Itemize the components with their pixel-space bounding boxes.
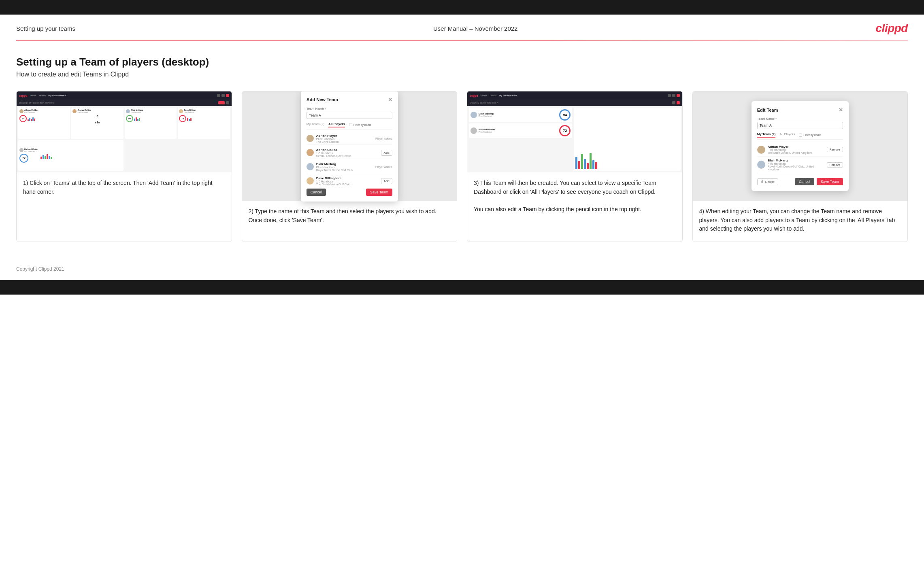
footer: Copyright Clippd 2021 <box>0 266 924 280</box>
player-added-label-2: Player Added <box>375 165 392 168</box>
trash-icon: 🗑 <box>761 180 764 184</box>
card-1-text: 1) Click on 'Teams' at the top of the sc… <box>17 172 232 242</box>
card-4: Edit Team ✕ Team Name * Team A My Team (… <box>692 91 908 242</box>
card-2: Add New Team ✕ Team Name * Team A My Tea… <box>242 91 458 242</box>
filter-by-name-edit[interactable]: Filter by name <box>799 132 821 138</box>
page-subtitle: How to create and edit Teams in Clippd <box>16 71 908 78</box>
section-label: Setting up your teams <box>16 25 75 32</box>
modal-4-title: Edit Team <box>757 108 778 112</box>
player-row-dave: Dave Billingham 1-5 Handicap The Ding Ma… <box>307 175 392 185</box>
remove-player-btn-2[interactable]: Remove <box>827 162 843 168</box>
add-player-btn-1[interactable]: Add <box>381 150 392 156</box>
team-name-label: Team Name * <box>307 107 392 110</box>
screenshot-3: clippd Home Teams My Performance <box>467 91 682 172</box>
modal-4-close-icon[interactable]: ✕ <box>839 107 843 113</box>
page-title: Setting up a Team of players (desktop) <box>16 56 908 68</box>
mock-card-4: Dave Billing Plus Handicap 78 <box>178 108 230 139</box>
modal-2-save-btn[interactable]: Save Team <box>366 189 392 196</box>
add-player-btn-2[interactable]: Add <box>381 178 392 184</box>
header: Setting up your teams User Manual – Nove… <box>0 15 924 40</box>
remove-player-btn-1[interactable]: Remove <box>827 147 843 152</box>
bottom-bar <box>0 280 924 295</box>
edit-team-modal: Edit Team ✕ Team Name * Team A My Team (… <box>752 101 849 191</box>
screenshot-1: clippd Home Teams My Performance <box>17 91 232 172</box>
mock-card-3: Blair McHarg Plus Handicap 94 <box>125 108 177 139</box>
top-bar <box>0 0 924 15</box>
modal-2-tab-myteam[interactable]: My Team (2) <box>307 122 324 127</box>
card-4-text: 4) When editing your Team, you can chang… <box>693 201 908 242</box>
delete-team-btn[interactable]: 🗑 Delete <box>757 178 778 185</box>
dash-player-blair: Blair McHarg Plus Handicap 94 <box>469 108 572 122</box>
modal-2-tab-allplayers[interactable]: All Players <box>328 122 345 127</box>
card-1: clippd Home Teams My Performance <box>16 91 232 242</box>
dash-player-richard: Richard Butler Plus Handicap 72 <box>469 123 572 138</box>
edit-team-name-input[interactable]: Team A <box>757 122 843 129</box>
modal-4-tab-allplayers[interactable]: All Players <box>779 132 795 138</box>
edit-player-row-adrian: Adrian Player Plus Handicap The Shire Lo… <box>757 143 843 157</box>
add-team-modal: Add New Team ✕ Team Name * Team A My Tea… <box>301 91 398 202</box>
screenshot-2: Add New Team ✕ Team Name * Team A My Tea… <box>242 91 457 201</box>
edit-team-name-label: Team Name * <box>757 117 843 121</box>
player-row-adrian-c: Adrian Coliba 1-5 Handicap Central Londo… <box>307 147 392 159</box>
player-added-label-1: Player Added <box>375 137 392 140</box>
copyright-text: Copyright Clippd 2021 <box>16 266 64 272</box>
modal-4-tab-myteam[interactable]: My Team (2) <box>757 132 776 138</box>
screenshot-4: Edit Team ✕ Team Name * Team A My Team (… <box>693 91 908 201</box>
player-list: Adrian Player Plus Handicap The Shire Lo… <box>307 133 392 185</box>
modal-2-cancel-btn[interactable]: Cancel <box>307 189 326 196</box>
edit-player-row-blair: Blair McHarg Plus Handicap Royal North D… <box>757 157 843 173</box>
modal-2-close-icon[interactable]: ✕ <box>388 97 392 103</box>
card-3: clippd Home Teams My Performance <box>467 91 683 242</box>
doc-title: User Manual – November 2022 <box>433 25 517 32</box>
mock-card-5: Richard Butler Plus Handicap 72 <box>18 140 123 171</box>
clippd-logo: clippd <box>876 22 908 35</box>
page-content: Setting up a Team of players (desktop) H… <box>0 41 924 266</box>
player-row-blair: Blair McHarg Plus Handicap Royal North D… <box>307 161 392 173</box>
team-name-input[interactable]: Team A <box>307 112 392 119</box>
cards-grid: clippd Home Teams My Performance <box>16 91 908 242</box>
filter-by-name[interactable]: Filter by name <box>349 122 371 127</box>
card-3-text: 3) This Team will then be created. You c… <box>467 172 682 242</box>
modal-4-cancel-btn[interactable]: Cancel <box>795 178 814 185</box>
modal-4-save-btn[interactable]: Save Team <box>817 178 843 185</box>
player-row-adrian-p: Adrian Player Plus Handicap The Shire Lo… <box>307 133 392 145</box>
modal-2-title: Add New Team <box>307 97 338 102</box>
mock-card-2: Adrian Collins Plus Handicap 0 <box>71 108 123 139</box>
card-2-text: 2) Type the name of this Team and then s… <box>242 201 457 242</box>
mock-card-adrian: Adrian Coliba Plus Handicap 84 <box>18 108 70 139</box>
